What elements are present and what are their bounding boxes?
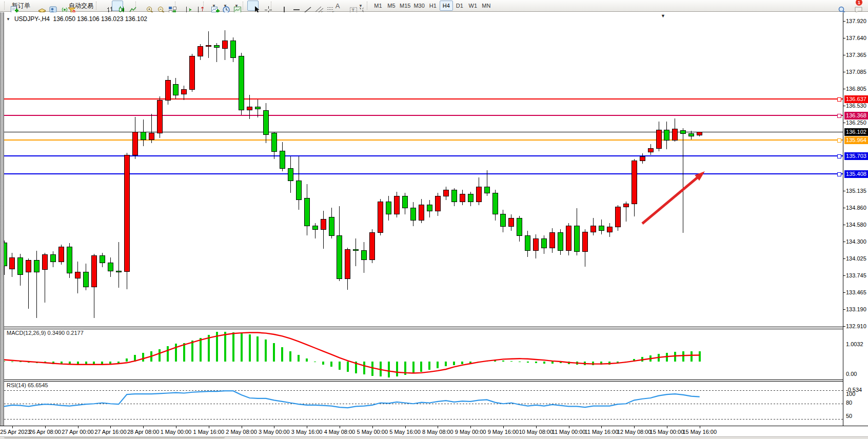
rsi-panel[interactable] bbox=[4, 382, 843, 426]
candle[interactable] bbox=[43, 253, 48, 303]
candle[interactable] bbox=[124, 153, 129, 289]
candle[interactable] bbox=[165, 76, 170, 105]
candle[interactable] bbox=[664, 122, 669, 149]
templates-button[interactable]: ▼ bbox=[230, 1, 242, 11]
candle[interactable] bbox=[362, 242, 367, 272]
label-tool-button[interactable]: T bbox=[343, 1, 354, 11]
candle[interactable] bbox=[321, 211, 326, 249]
tf-button-D1[interactable]: D1 bbox=[453, 1, 466, 11]
candle[interactable] bbox=[263, 103, 268, 143]
candle[interactable] bbox=[353, 238, 359, 266]
candle[interactable] bbox=[157, 96, 162, 138]
candle[interactable] bbox=[451, 188, 457, 207]
candle[interactable] bbox=[435, 193, 440, 216]
candle[interactable] bbox=[386, 196, 391, 221]
price-line-handle[interactable] bbox=[837, 97, 841, 102]
candle[interactable] bbox=[206, 31, 211, 58]
periods-button[interactable]: ▼ bbox=[219, 1, 230, 11]
candle[interactable] bbox=[271, 132, 277, 158]
candle[interactable] bbox=[575, 208, 580, 256]
market-watch-button[interactable] bbox=[32, 1, 43, 11]
candle[interactable] bbox=[411, 202, 416, 227]
candle[interactable] bbox=[116, 242, 121, 288]
candle[interactable] bbox=[468, 192, 473, 207]
candle[interactable] bbox=[255, 99, 260, 117]
toolbar-grip[interactable] bbox=[4, 2, 7, 10]
tf-button-M15[interactable]: M15 bbox=[398, 1, 412, 11]
candle[interactable] bbox=[91, 254, 96, 318]
candle[interactable] bbox=[542, 235, 547, 254]
macd-panel[interactable] bbox=[4, 329, 843, 379]
candle[interactable] bbox=[378, 199, 383, 235]
candle[interactable] bbox=[141, 119, 146, 146]
candle[interactable] bbox=[590, 218, 596, 235]
candle[interactable] bbox=[329, 208, 334, 239]
candle[interactable] bbox=[566, 223, 571, 255]
candle[interactable] bbox=[34, 251, 40, 318]
candle[interactable] bbox=[223, 30, 228, 60]
candle[interactable] bbox=[599, 220, 604, 234]
chart-menu-icon[interactable]: ▼ bbox=[661, 13, 665, 18]
one-click-collapse-icon[interactable]: ▼ bbox=[6, 17, 10, 22]
candle[interactable] bbox=[345, 248, 350, 290]
price-line-handle[interactable] bbox=[837, 114, 841, 118]
candle[interactable] bbox=[132, 117, 137, 159]
candle[interactable] bbox=[337, 206, 342, 281]
indicators-button[interactable]: ▼ bbox=[208, 1, 219, 11]
candle[interactable] bbox=[10, 253, 15, 277]
candle[interactable] bbox=[296, 156, 301, 210]
vertical-line-tool-button[interactable] bbox=[275, 1, 287, 11]
candle[interactable] bbox=[370, 229, 375, 263]
toolbar-grip[interactable] bbox=[367, 2, 369, 10]
candle[interactable] bbox=[59, 245, 64, 265]
price-axis[interactable]: 137.920137.640137.365137.085136.805136.5… bbox=[843, 12, 868, 426]
toolbar-grip[interactable] bbox=[243, 2, 245, 10]
candle[interactable] bbox=[501, 210, 506, 232]
candle[interactable] bbox=[681, 128, 686, 233]
candle[interactable] bbox=[231, 37, 236, 62]
tf-button-M1[interactable]: M1 bbox=[371, 1, 385, 11]
zoom-in-button[interactable] bbox=[140, 1, 151, 11]
candle[interactable] bbox=[214, 43, 220, 62]
candle[interactable] bbox=[607, 223, 612, 236]
tf-button-H4[interactable]: H4 bbox=[440, 1, 453, 11]
candle[interactable] bbox=[288, 156, 293, 193]
candle[interactable] bbox=[517, 216, 522, 242]
candle[interactable] bbox=[534, 234, 539, 259]
price-line-handle[interactable] bbox=[837, 154, 841, 158]
candle[interactable] bbox=[173, 78, 179, 99]
candle[interactable] bbox=[525, 231, 530, 257]
candle[interactable] bbox=[51, 251, 56, 267]
tf-button-M5[interactable]: M5 bbox=[385, 1, 398, 11]
time-axis[interactable]: 25 Apr 202326 Apr 08:0027 Apr 00:0027 Ap… bbox=[0, 426, 868, 436]
candle[interactable] bbox=[582, 229, 587, 266]
candle[interactable] bbox=[304, 184, 309, 235]
price-line-handle[interactable] bbox=[837, 138, 841, 143]
panel-separator[interactable] bbox=[4, 380, 868, 380]
auto-scroll-button[interactable] bbox=[180, 1, 191, 11]
candle[interactable] bbox=[615, 205, 620, 231]
candle[interactable] bbox=[18, 254, 23, 286]
candle[interactable] bbox=[280, 142, 285, 171]
candle[interactable] bbox=[198, 44, 203, 60]
toolbar-grip[interactable] bbox=[96, 2, 98, 10]
tf-button-W1[interactable]: W1 bbox=[466, 1, 480, 11]
notifications-button[interactable]: 1 bbox=[849, 1, 860, 11]
candle[interactable] bbox=[558, 229, 563, 255]
candle[interactable] bbox=[182, 86, 187, 101]
candle[interactable] bbox=[460, 190, 465, 205]
candle[interactable] bbox=[149, 114, 154, 143]
panel-separator[interactable] bbox=[4, 327, 868, 327]
candle[interactable] bbox=[673, 118, 678, 142]
crosshair-tool-button[interactable] bbox=[259, 1, 270, 11]
horizontal-line-tool-button[interactable] bbox=[287, 1, 298, 11]
candle[interactable] bbox=[4, 241, 7, 275]
candle[interactable] bbox=[26, 258, 31, 308]
candle[interactable] bbox=[632, 159, 637, 217]
candle[interactable] bbox=[443, 187, 448, 200]
candle[interactable] bbox=[640, 153, 645, 164]
candle[interactable] bbox=[419, 199, 424, 224]
candle[interactable] bbox=[75, 262, 81, 293]
candle[interactable] bbox=[697, 132, 702, 137]
candle[interactable] bbox=[312, 223, 318, 238]
